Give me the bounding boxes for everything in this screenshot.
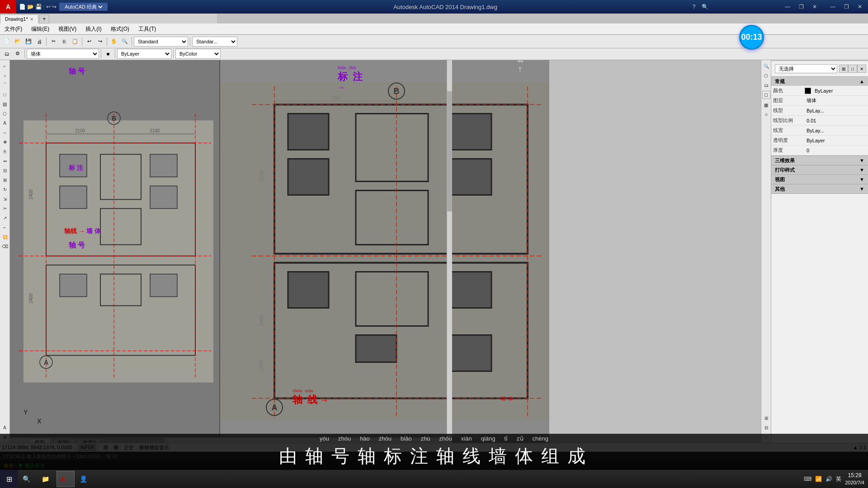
tool-rectangle[interactable]: □ [0,90,9,99]
tool-array[interactable]: ⊞ [0,175,9,184]
tool-mirror[interactable]: ⇔ [0,156,9,165]
prop-icon-1[interactable]: ⊞ [839,65,848,73]
menu-insert[interactable]: 插入(I) [81,24,106,34]
tool-fillet[interactable]: ⌐ [0,223,9,232]
rt-layers-btn[interactable]: 🗂 [762,80,771,89]
close-btn[interactable]: ✕ [854,2,866,11]
tab-close-btn[interactable]: ✕ [30,17,33,22]
tool-rotate[interactable]: ↻ [0,185,9,194]
no-selection-dropdown[interactable]: 无选择 [775,64,837,73]
style-dropdown2[interactable]: Standar... [192,37,237,47]
toolbar-cut[interactable]: ✂ [48,37,58,47]
toolbar-open[interactable]: 📂 [13,37,23,47]
toolbar-zoom[interactable]: 🔍 [120,37,130,47]
tool-region[interactable]: ⬡ [0,109,9,118]
tool-extend[interactable]: ↗ [0,213,9,222]
menu-format[interactable]: 格式(O) [106,24,134,34]
main-viewport[interactable]: [-][俯视][二维线图] [10,51,549,452]
tool-arc[interactable]: ⌒ [0,80,9,89]
prop-icon-3[interactable]: ✕ [857,65,866,73]
mini-viewport[interactable]: [-][俯视][二维线图] [10,51,220,452]
toolbar-redo[interactable]: ↪ [95,37,105,47]
common-section-title[interactable]: 常规 ▲ [771,77,868,86]
rt-bottom2[interactable]: ⊟ [762,423,771,432]
tool-erase[interactable]: ⌫ [0,242,9,251]
toolbar-new[interactable]: 📄 [2,37,12,47]
main-drawing-viewport[interactable]: 北 ↑ [220,51,549,452]
print-section-title[interactable]: 打印样式 ▼ [771,165,868,174]
tool-polyline[interactable]: ⌐ [0,61,9,70]
toolbar-plot[interactable]: 🖨 [34,37,44,47]
minimize-btn[interactable]: — [826,2,839,11]
restore-btn[interactable]: ❐ [840,2,853,11]
rt-btn6[interactable]: ⊹ [762,110,771,119]
tool-scale[interactable]: ⇲ [0,194,9,203]
layer-props-btn[interactable]: ⚙ [13,49,23,59]
sep9 [173,49,174,58]
style-dropdown1[interactable]: Standard [134,37,188,47]
svg-text:2100: 2100 [75,128,85,133]
big-subtitle-overlay: yóu zhóu hào zhóu biāo zhù zhóu xiàn qiá… [0,434,868,470]
workspace-selector-title[interactable]: AutoCAD 经典 [63,4,104,10]
tool-copy[interactable]: ⎘ [0,147,9,156]
tool-trim[interactable]: ✂ [0,204,9,213]
vertical-scrollbar[interactable] [447,51,452,452]
inner-minimize-btn[interactable]: — [781,2,794,11]
title-controls: — ❐ ✕ — ❐ ✕ [781,2,868,11]
taskbar-autocad[interactable]: A [57,471,75,487]
save-icon[interactable]: 💾 [35,4,42,10]
hanzi-1: 轴 [305,444,327,469]
prop-icon-2[interactable]: □ [848,65,857,73]
taskbar-file-explorer[interactable]: 📁 [38,471,56,487]
effects-section-title[interactable]: 三维效果 ▼ [771,156,868,165]
tool-text-label[interactable]: A [0,423,9,432]
tool-explode[interactable]: 💥 [0,232,9,241]
toolbar-copy[interactable]: ⎘ [59,37,69,47]
menu-view[interactable]: 视图(V) [54,24,81,34]
toolbar-pan[interactable]: ✋ [109,37,119,47]
inner-close-btn[interactable]: ✕ [808,2,821,11]
drawing-tab[interactable]: Drawing1* ✕ [0,14,38,23]
v-scrollbar-thumb[interactable] [447,91,452,211]
view-section-title[interactable]: 视图 ▼ [771,175,868,184]
start-button[interactable]: ⊞ [0,470,18,488]
search-icon[interactable]: 🔍 [700,2,710,12]
menu-tools[interactable]: 工具(T) [134,24,160,34]
rt-zoom-btn[interactable]: 🔍 [762,61,771,70]
toolbar-paste[interactable]: 📋 [70,37,80,47]
menu-file[interactable]: 文件(F) [0,24,27,34]
toolbar-save[interactable]: 💾 [24,37,33,47]
properties-selection-row: 无选择 ⊞ □ ✕ [771,61,868,77]
tool-circle[interactable]: ○ [0,71,9,80]
tool-text[interactable]: A [0,118,9,127]
menu-edit[interactable]: 编辑(E) [27,24,54,34]
tool-move[interactable]: ✥ [0,137,9,146]
undo-icon[interactable]: ↩ [46,4,51,10]
toolbar-undo[interactable]: ↩ [84,37,94,47]
layer-dropdown[interactable]: 墙体 [27,49,99,59]
tool-offset[interactable]: ⊟ [0,166,9,175]
redo-icon[interactable]: ↪ [52,4,57,10]
help-icon[interactable]: ? [689,2,699,12]
taskbar-search[interactable]: 🔍 [19,471,37,487]
ime-label[interactable]: 英 [836,475,841,483]
color-dropdown[interactable]: ByColor [175,49,221,59]
open-icon[interactable]: 📂 [27,4,34,10]
svg-text:2400: 2400 [28,189,33,200]
taskbar-user[interactable]: 👤 [75,471,94,487]
tool-dim[interactable]: ↔ [0,128,9,137]
tool-hatch[interactable]: ▨ [0,99,9,108]
volume-icon[interactable]: 🔊 [826,476,832,482]
rt-3d-btn[interactable]: ⬡ [762,71,771,80]
rt-btn5[interactable]: ▦ [762,100,771,109]
keyboard-icon[interactable]: ⌨ [804,476,811,482]
layer-manager-btn[interactable]: 🗂 [2,49,12,59]
new-icon[interactable]: 📄 [19,4,26,10]
linetype-dropdown[interactable]: ByLayer [117,49,171,59]
other-section-title[interactable]: 其他 ▼ [771,184,868,193]
rt-view-square[interactable]: □ [762,91,770,99]
new-tab-btn[interactable]: + [39,14,49,23]
inner-restore-btn[interactable]: ❐ [795,2,807,11]
network-icon[interactable]: 📶 [815,476,822,482]
rt-bottom1[interactable]: ⊞ [762,413,771,422]
